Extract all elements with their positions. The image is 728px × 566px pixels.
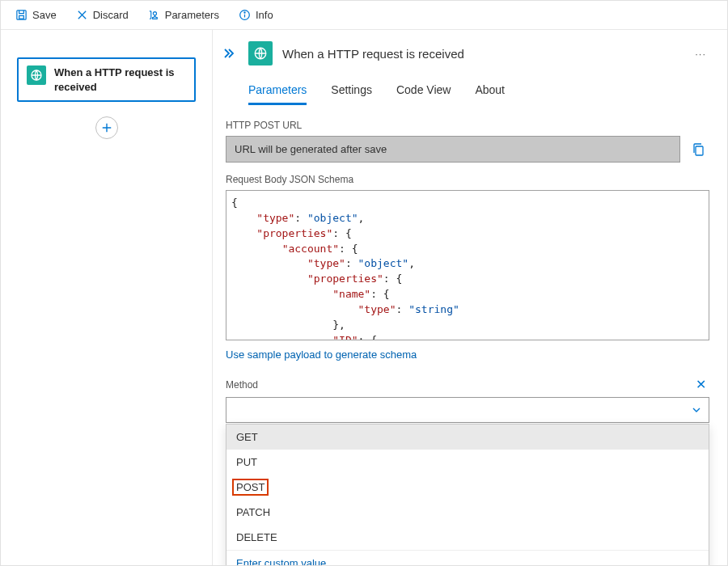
info-label: Info xyxy=(256,9,273,21)
request-body-schema-editor[interactable]: { "type": "object", "properties": { "acc… xyxy=(226,190,709,340)
panel-tabs: Parameters Settings Code View About xyxy=(221,83,709,105)
add-step-button[interactable] xyxy=(95,116,118,139)
parameters-label: Parameters xyxy=(165,9,219,21)
tab-about[interactable]: About xyxy=(475,83,505,104)
svg-rect-7 xyxy=(696,146,703,155)
method-option-get[interactable]: GET xyxy=(226,424,709,450)
url-field-label: HTTP POST URL xyxy=(226,120,709,131)
panel-more-button[interactable]: ··· xyxy=(692,44,709,63)
trigger-node[interactable]: When a HTTP request is received xyxy=(17,57,196,102)
svg-point-4 xyxy=(244,12,245,13)
svg-rect-1 xyxy=(19,15,24,19)
collapse-panel-button[interactable] xyxy=(224,48,237,59)
tab-parameters[interactable]: Parameters xyxy=(248,83,307,105)
info-icon xyxy=(239,9,251,21)
method-option-put[interactable]: PUT xyxy=(226,450,709,475)
http-post-url-field: URL will be generated after save xyxy=(226,136,680,163)
save-icon xyxy=(15,9,28,21)
parameters-button[interactable]: Parameters xyxy=(140,6,227,24)
remove-method-button[interactable]: ✕ xyxy=(692,377,709,392)
designer-canvas: When a HTTP request is received xyxy=(1,30,213,566)
info-button[interactable]: Info xyxy=(231,6,281,24)
http-trigger-icon xyxy=(248,41,273,65)
parameters-icon xyxy=(148,9,160,21)
tab-code-view[interactable]: Code View xyxy=(396,83,451,104)
save-label: Save xyxy=(32,9,57,21)
svg-rect-0 xyxy=(17,11,26,19)
http-trigger-icon xyxy=(27,65,46,85)
method-field-label: Method ✕ xyxy=(226,377,709,392)
discard-button[interactable]: Discard xyxy=(68,6,137,24)
chevron-down-icon xyxy=(691,404,702,416)
method-option-post[interactable]: POST xyxy=(231,478,269,496)
copy-url-button[interactable] xyxy=(687,136,709,163)
method-enter-custom[interactable]: Enter custom value xyxy=(226,550,709,566)
trigger-node-title: When a HTTP request is received xyxy=(54,65,186,94)
schema-field-label: Request Body JSON Schema xyxy=(226,174,709,185)
details-panel: When a HTTP request is received ··· Para… xyxy=(213,30,727,566)
method-dropdown: GETPUTPOSTPATCHDELETEEnter custom value xyxy=(226,424,709,566)
discard-label: Discard xyxy=(93,9,129,21)
method-select[interactable] xyxy=(226,397,709,423)
top-toolbar: Save Discard Parameters Info xyxy=(1,1,727,30)
generate-schema-link[interactable]: Use sample payload to generate schema xyxy=(226,348,417,361)
method-option-delete[interactable]: DELETE xyxy=(226,525,709,550)
discard-icon xyxy=(76,9,88,21)
save-button[interactable]: Save xyxy=(7,6,65,24)
svg-point-2 xyxy=(153,12,156,15)
panel-title: When a HTTP request is received xyxy=(282,47,464,61)
tab-settings[interactable]: Settings xyxy=(331,83,372,104)
method-option-patch[interactable]: PATCH xyxy=(226,500,709,525)
